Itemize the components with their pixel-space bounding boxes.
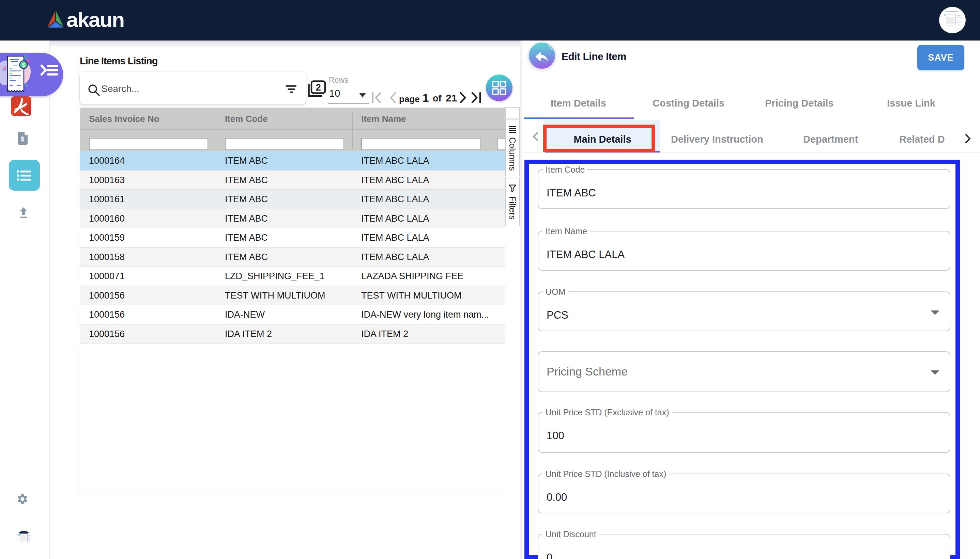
- svg-text:$: $: [22, 61, 26, 68]
- svg-text:2: 2: [315, 82, 321, 93]
- svg-text:$: $: [21, 135, 25, 142]
